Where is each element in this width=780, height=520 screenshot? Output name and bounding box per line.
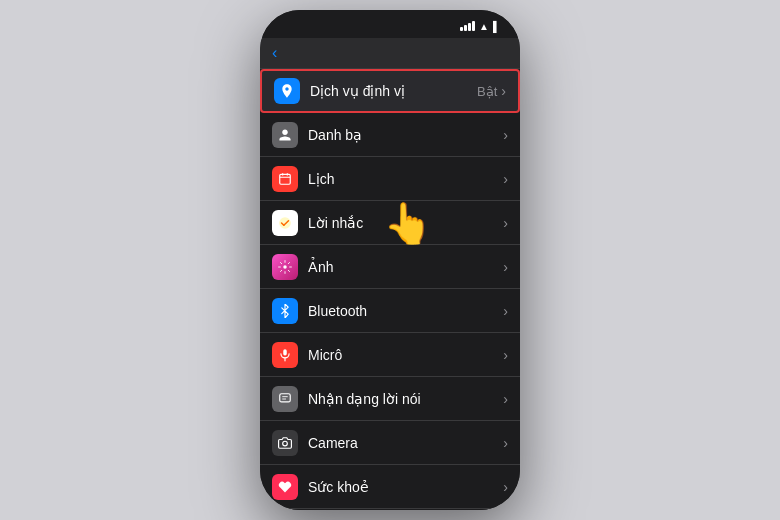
settings-item-camera[interactable]: Camera› xyxy=(260,421,520,465)
health-label: Sức khoẻ xyxy=(308,479,503,495)
phone-frame: ▲ ▌ ‹ Dịch vụ định vịBật›Danh bạ›Lịch›Lờ… xyxy=(260,10,520,510)
contacts-chevron-icon: › xyxy=(503,127,508,143)
contacts-label: Danh bạ xyxy=(308,127,503,143)
speech-chevron-icon: › xyxy=(503,391,508,407)
wifi-icon: ▲ xyxy=(479,21,489,32)
speech-label: Nhận dạng lời nói xyxy=(308,391,503,407)
microphone-icon xyxy=(272,342,298,368)
settings-item-calendar[interactable]: Lịch› xyxy=(260,157,520,201)
camera-chevron-icon: › xyxy=(503,435,508,451)
photos-icon xyxy=(272,254,298,280)
calendar-label: Lịch xyxy=(308,171,503,187)
svg-point-13 xyxy=(283,441,288,446)
photos-label: Ảnh xyxy=(308,259,503,275)
settings-item-reminders[interactable]: Lời nhắc› xyxy=(260,201,520,245)
settings-item-health[interactable]: Sức khoẻ› xyxy=(260,465,520,509)
bluetooth-chevron-icon: › xyxy=(503,303,508,319)
location-label: Dịch vụ định vị xyxy=(310,83,477,99)
bluetooth-label: Bluetooth xyxy=(308,303,503,319)
signal-icon xyxy=(460,21,475,31)
nav-bar: ‹ xyxy=(260,38,520,69)
camera-icon xyxy=(272,430,298,456)
settings-item-photos[interactable]: Ảnh› xyxy=(260,245,520,289)
svg-rect-0 xyxy=(280,174,291,184)
reminders-label: Lời nhắc xyxy=(308,215,503,231)
microphone-label: Micrô xyxy=(308,347,503,363)
location-icon xyxy=(274,78,300,104)
settings-list: Dịch vụ định vịBật›Danh bạ›Lịch›Lời nhắc… xyxy=(260,69,520,510)
battery-icon: ▌ xyxy=(493,21,500,32)
svg-rect-10 xyxy=(280,393,291,401)
calendar-icon xyxy=(272,166,298,192)
camera-label: Camera xyxy=(308,435,503,451)
calendar-chevron-icon: › xyxy=(503,171,508,187)
health-icon xyxy=(272,474,298,500)
reminders-icon xyxy=(272,210,298,236)
microphone-chevron-icon: › xyxy=(503,347,508,363)
location-value: Bật xyxy=(477,84,497,99)
settings-item-contacts[interactable]: Danh bạ› xyxy=(260,113,520,157)
settings-item-speech[interactable]: Nhận dạng lời nói› xyxy=(260,377,520,421)
svg-point-7 xyxy=(283,265,287,269)
status-icons: ▲ ▌ xyxy=(460,21,500,32)
settings-item-location[interactable]: Dịch vụ định vịBật› xyxy=(260,69,520,113)
reminders-chevron-icon: › xyxy=(503,215,508,231)
settings-item-bluetooth[interactable]: Bluetooth› xyxy=(260,289,520,333)
contacts-icon xyxy=(272,122,298,148)
back-button[interactable]: ‹ xyxy=(272,44,279,62)
health-chevron-icon: › xyxy=(503,479,508,495)
location-chevron-icon: › xyxy=(501,83,506,99)
status-bar: ▲ ▌ xyxy=(260,10,520,38)
bluetooth-icon xyxy=(272,298,298,324)
settings-item-homekit[interactable]: HomeKit› xyxy=(260,509,520,510)
svg-rect-8 xyxy=(283,349,287,355)
photos-chevron-icon: › xyxy=(503,259,508,275)
back-chevron-icon: ‹ xyxy=(272,44,277,62)
speech-icon xyxy=(272,386,298,412)
settings-item-microphone[interactable]: Micrô› xyxy=(260,333,520,377)
